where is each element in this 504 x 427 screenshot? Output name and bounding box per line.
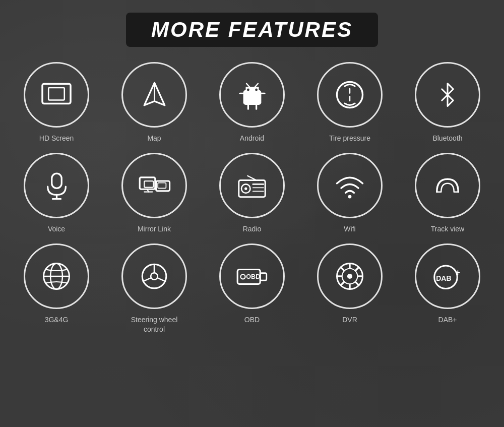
feature-label-android: Android	[240, 134, 264, 143]
feature-circle-dvr	[317, 243, 383, 309]
svg-point-15	[337, 82, 363, 108]
svg-line-56	[355, 282, 359, 286]
features-grid: HD Screen Map Android Tire pressure Blue…	[10, 62, 494, 334]
feature-dvr: DVR	[303, 243, 396, 333]
feature-map: Map	[108, 62, 201, 143]
svg-rect-24	[158, 183, 166, 189]
svg-point-7	[246, 88, 249, 91]
svg-text:DAB: DAB	[436, 274, 451, 282]
feature-voice: Voice	[10, 153, 103, 233]
svg-rect-46	[260, 273, 267, 280]
svg-rect-1	[48, 88, 65, 100]
feature-label-mirror-link: Mirror Link	[138, 224, 171, 233]
svg-line-44	[158, 278, 165, 282]
feature-label-dab: DAB+	[438, 315, 457, 324]
feature-circle-android	[219, 62, 285, 128]
feature-label-bluetooth: Bluetooth	[432, 134, 462, 143]
svg-point-47	[241, 275, 245, 279]
feature-steering-wheel: Steering wheel control	[108, 243, 201, 333]
svg-point-8	[255, 88, 258, 91]
feature-wifi: Wifi	[303, 153, 396, 233]
feature-label-tire-pressure: Tire pressure	[329, 134, 370, 143]
feature-track-view: Track view	[401, 153, 494, 233]
feature-label-radio: Radio	[243, 224, 262, 233]
feature-label-track-view: Track view	[431, 224, 464, 233]
svg-text:OBD: OBD	[246, 274, 260, 281]
feature-circle-radio	[219, 153, 285, 218]
svg-text:+: +	[456, 269, 460, 277]
feature-label-obd: OBD	[244, 315, 260, 324]
feature-circle-hd-screen	[24, 62, 89, 128]
svg-point-41	[151, 273, 158, 280]
feature-tire-pressure: Tire pressure	[303, 62, 396, 143]
title-box: MORE FEATURES	[126, 13, 378, 47]
svg-line-58	[340, 282, 344, 286]
feature-bluetooth: Bluetooth	[401, 62, 494, 143]
feature-dab: DAB + DAB+	[401, 243, 494, 333]
svg-point-59	[347, 274, 352, 279]
svg-line-14	[255, 83, 258, 87]
feature-label-3g4g: 3G&4G	[45, 315, 69, 324]
svg-point-29	[244, 188, 247, 190]
feature-circle-dab: DAB +	[415, 243, 480, 309]
feature-hd-screen: HD Screen	[10, 62, 103, 143]
feature-radio: Radio	[206, 153, 298, 233]
feature-mirror-link: Mirror Link	[108, 153, 201, 233]
svg-line-55	[340, 267, 344, 271]
svg-line-57	[355, 267, 359, 271]
feature-circle-wifi	[317, 153, 383, 218]
svg-line-43	[143, 278, 151, 282]
svg-line-13	[246, 83, 250, 87]
feature-label-wifi: Wifi	[344, 224, 355, 233]
feature-circle-tire-pressure	[317, 62, 383, 128]
feature-label-map: Map	[147, 134, 161, 143]
feature-label-hd-screen: HD Screen	[39, 134, 74, 143]
feature-circle-mirror-link	[121, 153, 187, 218]
svg-rect-27	[239, 180, 266, 197]
feature-3g4g: 3G&4G	[10, 243, 103, 333]
page-title: MORE FEATURES	[151, 18, 353, 41]
feature-label-steering-wheel: Steering wheel control	[131, 315, 178, 333]
feature-circle-bluetooth	[415, 62, 480, 128]
feature-circle-map	[121, 62, 187, 128]
feature-label-dvr: DVR	[342, 315, 357, 324]
feature-circle-3g4g	[24, 243, 89, 309]
feature-obd: OBD OBD	[206, 243, 298, 333]
feature-android: Android	[206, 62, 298, 143]
feature-label-voice: Voice	[48, 224, 65, 233]
svg-rect-22	[144, 181, 153, 188]
feature-circle-track-view	[415, 153, 480, 218]
feature-circle-obd: OBD	[219, 243, 285, 309]
svg-rect-18	[51, 173, 61, 188]
feature-circle-steering-wheel	[121, 243, 187, 309]
svg-point-34	[348, 195, 352, 199]
feature-circle-voice	[24, 153, 89, 218]
